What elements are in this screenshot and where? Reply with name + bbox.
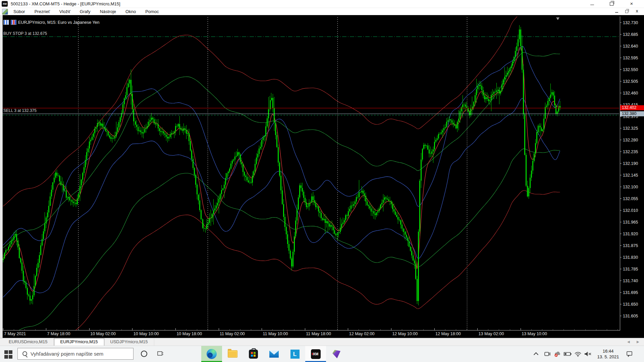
cortana-icon[interactable] — [141, 351, 147, 357]
candle-body — [313, 196, 314, 200]
candle-body — [437, 138, 438, 140]
onedrive-icon[interactable] — [553, 346, 563, 362]
l-app-button[interactable]: L — [284, 346, 305, 362]
clock[interactable]: 16:44 13. 5. 2021 — [594, 346, 622, 362]
candle-body — [480, 85, 481, 86]
tab-scroll-left-icon[interactable]: ◀ — [627, 340, 630, 344]
candle-body — [353, 204, 354, 206]
blue-upper-band — [3, 46, 560, 245]
menu-item-súbor[interactable]: Súbor — [9, 8, 30, 15]
menu-items: SúborPrezrieťVložiťGrafyNástrojeOknoPomo… — [9, 8, 164, 15]
candle-body — [338, 232, 339, 234]
candle-body — [150, 120, 151, 122]
edge-taskbar-button[interactable] — [201, 346, 222, 362]
candle-body — [59, 176, 60, 181]
volume-muted-icon[interactable] — [583, 346, 593, 362]
shard-app-button[interactable] — [326, 346, 347, 362]
candle-body — [349, 209, 350, 211]
child-minimize-button[interactable] — [614, 9, 619, 13]
file-explorer-button[interactable] — [222, 346, 243, 362]
time-tick-label: 12 May 02:00 — [349, 331, 375, 336]
candle-body — [485, 97, 486, 99]
candle-body — [66, 191, 67, 198]
menu-item-vložiť[interactable]: Vložiť — [55, 8, 75, 15]
candle-body — [205, 229, 206, 229]
chart-tab-USDJPYmicro[interactable]: USDJPYmicro,M15 — [104, 338, 154, 346]
candle-body — [267, 118, 268, 126]
edge-icon — [207, 349, 217, 359]
menu-item-okno[interactable]: Okno — [121, 8, 141, 15]
candle-body — [260, 147, 261, 149]
price-chart[interactable]: 132.730132.685132.640132.595132.550132.5… — [0, 15, 644, 338]
candle-body — [322, 218, 323, 220]
candle-body — [383, 200, 384, 203]
candle-body — [85, 160, 86, 167]
battery-icon[interactable] — [563, 346, 573, 362]
candle-body — [25, 283, 26, 288]
candle-body — [479, 85, 480, 86]
search-input[interactable]: Vyhľadávaný pojem napíšte sem — [17, 348, 133, 360]
restore-button[interactable] — [604, 0, 619, 8]
mail-button[interactable] — [264, 346, 284, 362]
chart-workspace[interactable]: 132.730132.685132.640132.595132.550132.5… — [0, 15, 644, 338]
menu-item-pomoc[interactable]: Pomoc — [141, 8, 163, 15]
candle-body — [314, 200, 315, 203]
candle-body — [468, 108, 469, 112]
candle-body — [351, 205, 352, 209]
notification-center-icon[interactable] — [624, 346, 635, 362]
candle-body — [550, 95, 551, 98]
xm-mt5-taskbar-button[interactable]: XM — [305, 346, 326, 362]
candle-body — [58, 176, 59, 176]
task-view-icon[interactable] — [157, 351, 164, 358]
candle-body — [212, 214, 213, 218]
candle-body — [20, 258, 21, 262]
candle-body — [310, 202, 311, 203]
chart-tab-EURJPYmicro[interactable]: EURJPYmicro,M15 — [54, 338, 104, 346]
candle-body — [393, 209, 394, 212]
candle-body — [355, 201, 356, 204]
candle-body — [117, 127, 118, 132]
candle-body — [535, 143, 536, 154]
wifi-icon[interactable] — [573, 346, 583, 362]
price-tick-label: 132.280 — [623, 138, 638, 142]
screen-capture-icon[interactable] — [543, 346, 552, 362]
candle-body — [333, 227, 334, 230]
candle-body — [426, 145, 427, 146]
candle-body — [515, 51, 516, 57]
menu-item-grafy[interactable]: Grafy — [75, 8, 95, 15]
candle-body — [97, 123, 98, 127]
candle-body — [519, 29, 520, 39]
menu-item-prezrieť[interactable]: Prezrieť — [30, 8, 55, 15]
chart-window-icon[interactable] — [2, 9, 8, 15]
menu-item-nástroje[interactable]: Nástroje — [95, 8, 121, 15]
price-tick-label: 131.875 — [623, 243, 638, 248]
candle-body — [334, 230, 335, 234]
tab-scroll-right-icon[interactable]: ▶ — [637, 340, 639, 344]
tray-chevron-up-icon[interactable] — [532, 346, 540, 362]
chart-tab-EURUSDmicro[interactable]: EURUSDmicro,M15 — [3, 338, 54, 346]
child-close-button[interactable]: x — [635, 9, 639, 13]
candle-body — [433, 149, 434, 152]
candle-body — [400, 220, 401, 225]
candle-body — [27, 288, 28, 295]
close-button[interactable]: × — [624, 0, 639, 8]
candle-body — [321, 213, 322, 218]
candle-body — [299, 185, 300, 197]
candle-body — [253, 171, 254, 176]
candle-body — [82, 173, 83, 180]
candle-body — [450, 119, 451, 120]
candle-body — [172, 133, 173, 133]
clock-date: 13. 5. 2021 — [597, 354, 619, 360]
candle-body — [276, 135, 277, 147]
price-tick-label: 132.325 — [623, 126, 638, 131]
candle-body — [323, 219, 324, 220]
minimize-button[interactable] — [584, 0, 600, 8]
chart-tab-bar: EURUSDmicro,M15EURJPYmicro,M15USDJPYmicr… — [0, 338, 644, 346]
candle-body — [272, 98, 273, 108]
store-button[interactable] — [243, 346, 264, 362]
candle-body — [238, 152, 239, 155]
start-button[interactable] — [4, 350, 13, 359]
child-restore-button[interactable] — [625, 9, 629, 13]
candle-body — [538, 126, 539, 132]
sell-order-label: SELL 3 at 132.375 — [3, 108, 37, 113]
